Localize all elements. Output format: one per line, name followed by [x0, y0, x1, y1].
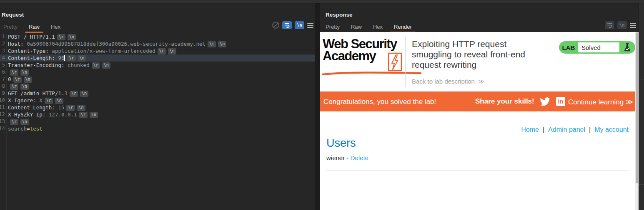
response-panel-title: Response [326, 12, 353, 18]
editor-line[interactable]: 70\r\n [0, 76, 315, 83]
crlf-chip: \r [66, 105, 75, 111]
nav-link-home[interactable]: Home [521, 126, 539, 133]
double-chevron-icon: ≫ [478, 78, 485, 85]
token: X [36, 97, 43, 104]
line-number: 9 [0, 90, 5, 97]
token: POST / HTTP/1.1 [8, 34, 55, 40]
editor-line[interactable]: 9GET /admin HTTP/1.1\r\n [0, 90, 315, 97]
line-number: 12 [0, 111, 5, 118]
window-top-strip [0, 0, 644, 3]
continue-learning-link[interactable]: Continue learning≫ [568, 97, 633, 106]
crlf-chip: \r [10, 84, 18, 90]
line-number: 3 [0, 47, 5, 54]
editor-line[interactable]: 14search=test [0, 125, 315, 132]
crlf-chip: \n [90, 112, 98, 118]
crlf-chip: \n [102, 62, 110, 69]
editor-line[interactable]: 3Content-Type: application/x-www-form-ur… [0, 47, 315, 54]
twitter-icon[interactable] [540, 97, 550, 106]
editor-line[interactable]: 6\r\n [0, 69, 315, 76]
nav-separator: | [589, 126, 591, 133]
editor-line[interactable]: 4Content-Length: 96\r\n [0, 54, 315, 62]
nav-link-admin-panel[interactable]: Admin panel [548, 126, 585, 133]
response-tabbar: PrettyRawHexRender [326, 23, 423, 32]
token: 96 [55, 55, 65, 61]
editor-line[interactable]: 5Transfer-Encoding: chunked\r\n [0, 62, 315, 69]
lab-title: Exploiting HTTP request smuggling to rev… [412, 39, 543, 70]
token: 0a50006704d99587818ddef300a90026.web-sec… [24, 41, 206, 47]
delete-link[interactable]: Delete [351, 154, 368, 161]
editor-line[interactable]: 13\r\n [0, 118, 315, 125]
token: Content-Length: [8, 104, 55, 111]
editor-line[interactable]: 12X-HySZkY-Ip: 127.0.0.1\r\n [0, 111, 315, 118]
line-number: 6 [0, 69, 5, 76]
tab-raw[interactable]: Raw [351, 24, 362, 33]
editor-line[interactable]: 8\r\n [0, 83, 315, 90]
line-number: 1 [0, 33, 5, 40]
panel-divider[interactable] [315, 3, 320, 210]
line-number: 10 [0, 97, 5, 104]
crlf-chip: \n [24, 77, 32, 83]
crlf-chip: \n [80, 91, 88, 97]
linkedin-icon[interactable]: in [556, 97, 565, 106]
request-panel-title: Request [2, 12, 24, 18]
tab-hex[interactable]: Hex [51, 24, 60, 33]
crlf-chip: \r [70, 91, 78, 97]
users-heading: Users [326, 137, 356, 150]
syntax-highlight-off-icon[interactable] [272, 22, 279, 29]
tab-pretty[interactable]: Pretty [3, 24, 18, 33]
editor-line[interactable]: 11Content-Length: 15\r\n [0, 104, 315, 111]
logo-line2: Academy [323, 50, 397, 62]
collapsed-inspector-strip[interactable] [639, 3, 644, 210]
nav-link-my-account[interactable]: My account [594, 126, 629, 133]
token: GET /admin HTTP/1.1 [8, 90, 68, 96]
token: Transfer-Encoding: [8, 62, 64, 68]
line-number: 11 [0, 104, 5, 111]
tab-pretty[interactable]: Pretty [326, 24, 340, 33]
tab-render[interactable]: Render [394, 24, 412, 33]
soft-wrap-toggle[interactable] [282, 21, 292, 29]
request-raw-editor[interactable]: 1POST / HTTP/1.1\r\n2Host: 0a50006704d99… [0, 33, 315, 210]
render-scrollbar[interactable] [635, 32, 639, 210]
solved-flask-icon [623, 42, 632, 53]
show-newlines-toggle[interactable]: \n [617, 21, 627, 29]
crlf-chip: \n [168, 48, 176, 54]
crlf-chip: \r [67, 55, 75, 62]
crlf-chip: \n [78, 55, 86, 62]
token: X-HySZkY-Ip: [8, 111, 45, 118]
crlf-chip: \r [92, 62, 100, 69]
tab-hex[interactable]: Hex [373, 24, 383, 33]
burp-repeater-view: { "window": { "layout_buttons": [ { "nam… [0, 0, 644, 210]
line-number: 5 [0, 62, 5, 69]
soft-wrap-toggle[interactable] [605, 21, 614, 29]
show-newlines-toggle[interactable]: \n [295, 21, 304, 29]
token: test [30, 126, 43, 132]
newline-glyph: \n [297, 23, 302, 27]
token: Host: [8, 41, 24, 47]
header-divider [405, 37, 406, 87]
scrollbar-thumb[interactable] [636, 32, 638, 183]
nav-separator: | [543, 126, 544, 133]
crlf-chip: \r [10, 119, 18, 125]
page-nav: Home|Admin panel|My account [521, 126, 629, 133]
logo-line1: Web Security [323, 38, 397, 50]
back-to-lab-link[interactable]: Back to lab description≫ [412, 78, 485, 85]
line-number: 8 [0, 83, 5, 90]
editor-line[interactable]: 10X-Ignore: X\r\n [0, 97, 315, 104]
crlf-chip: \n [20, 69, 29, 76]
share-skills-text: Share your skills! [475, 97, 534, 106]
content-divider [326, 170, 629, 170]
crlf-chip: \n [20, 119, 29, 125]
crlf-chip: \n [55, 98, 63, 104]
double-chevron-icon: ≫ [625, 98, 633, 106]
token: X-Ignore: [8, 97, 36, 104]
newline-glyph: \n [619, 23, 624, 27]
crlf-chip: \n [218, 41, 226, 47]
lab-badge-label: LAB [559, 44, 578, 51]
editor-line[interactable]: 2Host: 0a50006704d99587818ddef300a90026.… [0, 40, 315, 47]
request-menu-icon[interactable] [307, 23, 313, 28]
congrats-text: Congratulations, you solved the lab! [323, 98, 436, 106]
editor-line[interactable]: 1POST / HTTP/1.1\r\n [0, 33, 315, 40]
crlf-chip: \r [208, 41, 216, 47]
response-menu-icon[interactable] [630, 23, 636, 28]
tab-raw[interactable]: Raw [29, 24, 40, 33]
